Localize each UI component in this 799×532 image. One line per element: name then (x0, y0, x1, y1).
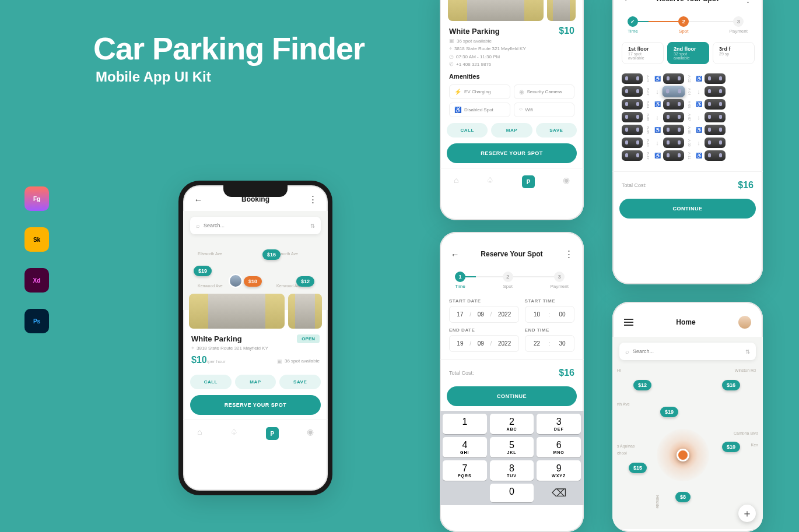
spot-car[interactable] (705, 73, 726, 84)
key-6[interactable]: 6MNO (537, 437, 581, 457)
price-pin[interactable]: $16 (262, 249, 281, 260)
wheelchair-icon: ♿ (695, 99, 703, 110)
nav-home-icon[interactable]: ⌂ (454, 175, 458, 188)
parking-photo[interactable] (189, 294, 285, 329)
step-1-done[interactable]: ✓ (628, 16, 638, 27)
spot-car[interactable] (663, 73, 684, 84)
spot-car[interactable] (705, 99, 726, 110)
arrow-down-icon: ↓ (653, 112, 661, 122)
price-pin[interactable]: $8 (675, 492, 691, 502)
price-pin[interactable]: $12 (296, 276, 314, 287)
spot-car[interactable] (663, 138, 684, 148)
start-date-input[interactable]: 17/09/2022 (449, 306, 519, 323)
key-2[interactable]: 2ABC (490, 414, 534, 434)
price-pin[interactable]: $16 (722, 380, 740, 390)
spot-car[interactable] (622, 125, 643, 135)
price-pin[interactable]: $15 (629, 463, 647, 473)
spot-car[interactable] (705, 112, 726, 122)
price-pin[interactable]: $19 (660, 407, 678, 417)
spots-available: 36 spot available (285, 358, 320, 364)
map-button[interactable]: MAP (491, 123, 532, 138)
total-price: $16 (559, 368, 574, 378)
spot-car[interactable] (622, 150, 643, 161)
price-pin[interactable]: $10 (722, 442, 740, 452)
back-icon[interactable]: ← (622, 0, 633, 5)
search-bar[interactable]: ⌕ ⇅ (190, 217, 321, 234)
floor-tab-1[interactable]: 1st floor17 spot available (622, 42, 664, 64)
price-pin-selected[interactable]: $10 (244, 276, 262, 287)
back-icon[interactable]: ← (192, 193, 204, 205)
parking-photo[interactable] (288, 294, 322, 329)
parking-photo[interactable] (448, 0, 544, 21)
price-pin[interactable]: $12 (633, 380, 651, 390)
key-backspace[interactable]: ⌫ (537, 484, 581, 502)
filter-icon[interactable]: ⇅ (310, 223, 315, 229)
back-icon[interactable]: ← (449, 248, 461, 260)
spot-car[interactable] (663, 150, 684, 161)
spot-car[interactable] (705, 138, 726, 148)
spot-car[interactable] (622, 86, 643, 97)
continue-button[interactable]: CONTINUE (619, 199, 756, 219)
nav-bell-icon[interactable]: ♤ (230, 427, 238, 440)
floor-tab-3[interactable]: 3rd f29 sp (713, 42, 755, 64)
spots-available: 36 spot available (457, 38, 492, 44)
phone-icon: ✆ (449, 61, 454, 67)
save-button[interactable]: SAVE (279, 375, 321, 389)
key-1[interactable]: 1 (443, 414, 487, 434)
more-icon[interactable]: ⋮ (742, 0, 754, 5)
step-2[interactable]: 2 (503, 272, 513, 282)
nav-bell-icon[interactable]: ♤ (486, 175, 494, 188)
spot-car[interactable] (663, 125, 684, 135)
nav-home-icon[interactable]: ⌂ (197, 427, 202, 440)
nav-profile-icon[interactable]: ◉ (563, 175, 570, 188)
map-button[interactable]: MAP (235, 375, 276, 389)
clock-icon: ◷ (449, 54, 454, 59)
key-7[interactable]: 7PQRS (443, 460, 487, 481)
call-button[interactable]: CALL (447, 123, 488, 138)
end-time-input[interactable]: 22:30 (525, 335, 574, 352)
step-2-active[interactable]: 2 (678, 16, 689, 27)
spot-car[interactable] (705, 125, 726, 135)
step-3[interactable]: 3 (733, 16, 744, 27)
key-3[interactable]: 3DEF (537, 414, 581, 434)
spot-car[interactable] (663, 112, 684, 122)
nav-parking-icon[interactable]: P (522, 175, 535, 188)
save-button[interactable]: SAVE (536, 123, 577, 138)
step-3[interactable]: 3 (554, 272, 565, 282)
spot-car[interactable] (705, 150, 726, 161)
key-9[interactable]: 9WXYZ (537, 460, 581, 481)
key-0[interactable]: 0 (490, 484, 534, 502)
search-input[interactable] (633, 348, 742, 354)
reserve-button[interactable]: RESERVE YOUR SPOT (190, 395, 321, 415)
nav-parking-icon[interactable]: P (266, 427, 279, 440)
key-5[interactable]: 5JKL (490, 437, 534, 457)
add-button[interactable]: ＋ (738, 505, 756, 522)
step-1[interactable]: 1 (455, 272, 465, 282)
arrow-down-icon: ↓ (695, 138, 703, 148)
nav-profile-icon[interactable]: ◉ (307, 427, 314, 440)
more-icon[interactable]: ⋮ (307, 193, 318, 205)
spot-car[interactable] (663, 99, 684, 110)
avatar[interactable] (738, 316, 751, 329)
filter-icon[interactable]: ⇅ (745, 348, 750, 355)
spot-car-selected[interactable] (663, 86, 685, 97)
spot-car[interactable] (705, 86, 726, 97)
key-4[interactable]: 4GHI (443, 437, 487, 457)
menu-icon[interactable] (624, 319, 633, 326)
parking-photo[interactable] (547, 0, 576, 21)
floor-tab-2[interactable]: 2nd floor32 spot available (667, 42, 709, 64)
spot-car[interactable] (622, 138, 643, 148)
reserve-button[interactable]: RESERVE YOUR SPOT (447, 143, 577, 163)
spot-car[interactable] (622, 73, 643, 84)
spot-car[interactable] (622, 99, 643, 110)
end-date-input[interactable]: 19/09/2022 (449, 335, 519, 352)
search-input[interactable] (204, 223, 307, 228)
call-button[interactable]: CALL (190, 375, 232, 389)
more-icon[interactable]: ⋮ (563, 248, 574, 260)
key-8[interactable]: 8TUV (490, 460, 534, 481)
search-bar[interactable]: ⌕ ⇅ (619, 343, 756, 360)
continue-button[interactable]: CONTINUE (447, 386, 577, 406)
spot-car[interactable] (622, 112, 643, 122)
price-pin[interactable]: $19 (194, 266, 212, 276)
start-time-input[interactable]: 10:00 (525, 306, 574, 323)
